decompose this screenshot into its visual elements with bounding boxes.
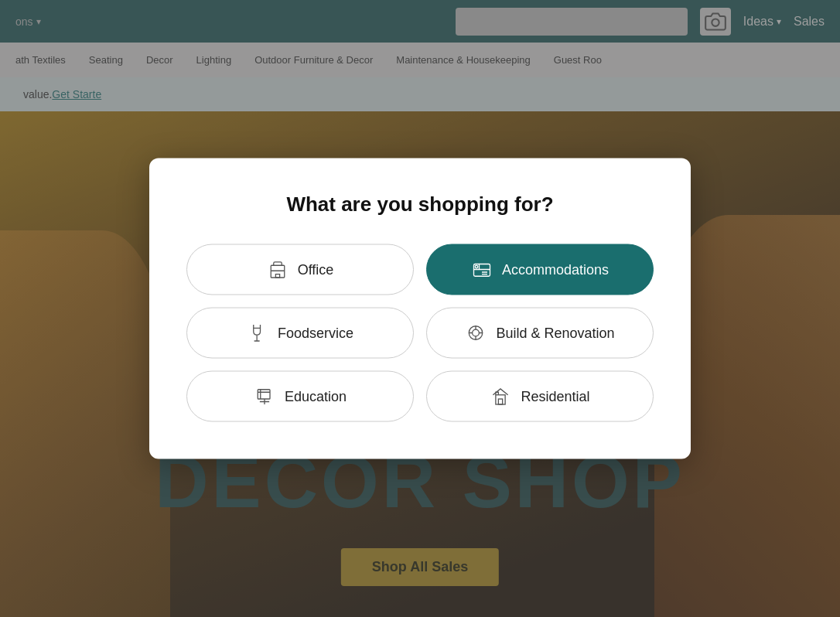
options-grid: Office Accommodations Foodservice (186, 244, 654, 422)
shopping-modal: What are you shopping for? Office Accomm… (149, 159, 691, 459)
education-icon (254, 386, 275, 407)
option-build-renovation[interactable]: Build & Renovation (426, 308, 654, 359)
option-education-label: Education (285, 388, 347, 404)
option-accommodations-label: Accommodations (502, 261, 609, 278)
svg-rect-21 (499, 399, 503, 404)
residential-icon (490, 386, 511, 407)
option-foodservice[interactable]: Foodservice (186, 308, 414, 359)
svg-rect-1 (271, 265, 285, 278)
svg-point-5 (475, 265, 478, 268)
office-icon (267, 259, 289, 281)
svg-rect-15 (258, 390, 270, 399)
option-residential-label: Residential (521, 388, 589, 404)
svg-rect-20 (496, 395, 505, 404)
build-renovation-icon (465, 322, 487, 344)
option-education[interactable]: Education (186, 371, 414, 422)
option-foodservice-label: Foodservice (278, 325, 353, 341)
option-build-renovation-label: Build & Renovation (496, 325, 614, 341)
foodservice-icon (247, 322, 268, 344)
option-office-label: Office (298, 261, 334, 278)
option-office[interactable]: Office (186, 244, 414, 295)
svg-point-10 (473, 329, 480, 336)
modal-title: What are you shopping for? (186, 193, 654, 216)
option-residential[interactable]: Residential (426, 371, 654, 422)
svg-rect-3 (275, 274, 279, 278)
option-accommodations[interactable]: Accommodations (426, 244, 654, 295)
accommodations-icon (471, 259, 493, 281)
